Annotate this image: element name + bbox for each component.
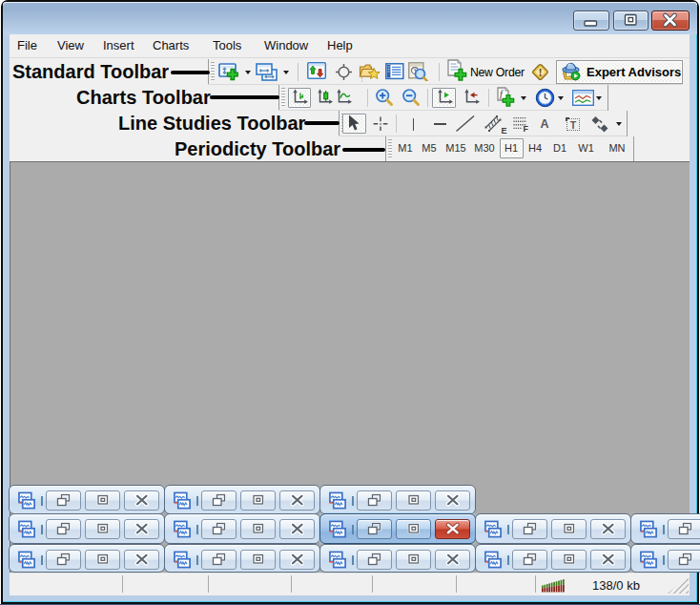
svg-text:E: E xyxy=(502,126,507,135)
svg-text:F: F xyxy=(524,124,529,133)
svg-text:!: ! xyxy=(538,66,542,79)
